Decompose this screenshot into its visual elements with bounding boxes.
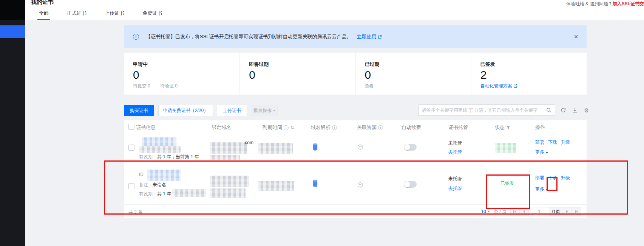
tab-bar: 全部 正式证书 上传证书 免费证书 (39, 10, 180, 20)
domain-resolution-icon (312, 142, 318, 153)
more-link[interactable]: 更多 (535, 149, 548, 156)
feedback-bar: 体验吐槽 & 遇到问题？加入SSL证书交流 (566, 1, 644, 7)
page-number-input[interactable] (529, 207, 549, 216)
upgrade-link[interactable]: 升级 (561, 175, 570, 181)
ssl-console-page: 我的证书 体验吐槽 & 遇到问题？加入SSL证书交流 全部 正式证书 上传证书 … (0, 0, 644, 246)
col-actions: 操作 (535, 124, 545, 131)
external-link-icon (513, 84, 517, 88)
stat-value: 2 (480, 69, 587, 81)
stat-value: 0 (133, 69, 239, 81)
refresh-icon[interactable] (561, 107, 566, 113)
settings-gear-icon[interactable]: ⚙ (584, 107, 589, 113)
buy-cert-button[interactable]: 购买证书 (124, 105, 154, 116)
stat-applying: 申请中 0 待提交 0 待验证 0 (124, 53, 239, 95)
stat-label: 已签发 (480, 61, 587, 68)
redacted-expiry-date (258, 181, 294, 191)
domain-fragment: .com (244, 140, 253, 145)
col-auto-renew: 自动续费 (402, 124, 421, 131)
row-checkbox[interactable] (128, 145, 134, 151)
more-link[interactable]: 更多 (535, 186, 548, 193)
close-icon[interactable]: ✕ (574, 34, 578, 40)
download-link[interactable]: 下载 (548, 139, 557, 146)
view-link[interactable]: 查看 (365, 83, 374, 89)
redacted-domain-line2 (210, 155, 240, 160)
prev-page-button[interactable] (520, 207, 529, 216)
download-link[interactable]: 下载 (548, 175, 557, 181)
external-link-icon (378, 35, 382, 39)
search-input[interactable] (419, 107, 543, 113)
info-icon[interactable]: i (332, 125, 337, 130)
per-page-label: 条 / 页 (494, 209, 507, 215)
filter-icon[interactable] (506, 126, 510, 130)
col-expiry: 到期时间i (263, 124, 295, 131)
upgrade-link[interactable]: 升级 (561, 139, 570, 146)
chevron-down-icon (273, 110, 275, 111)
select-all-checkbox[interactable] (128, 124, 134, 130)
deploy-link[interactable]: 部署 (535, 139, 544, 146)
chevron-down-icon (546, 152, 548, 154)
status-issued: 已签发 (500, 180, 514, 187)
col-bound-domain: 绑定域名 (212, 124, 231, 131)
first-page-button[interactable] (511, 207, 520, 216)
tab-all[interactable]: 全部 (39, 10, 49, 20)
redacted-domain (210, 176, 249, 187)
auto-renew-toggle[interactable] (404, 144, 417, 151)
deploy-link[interactable]: 部署 (535, 175, 544, 181)
search-icon[interactable] (543, 105, 555, 115)
table-footer: 共 2 条 10 条 / 页 /1页 (124, 204, 587, 218)
sidebar-logo-area (0, 0, 25, 20)
hosting-status: 未托管 (448, 176, 462, 182)
page-title: 我的证书 (31, 0, 54, 6)
apply-free-cert-button[interactable]: 申请免费证书（2/20） (158, 105, 213, 116)
validity-text: 有效期：共 1 年，当前第 1 年 (139, 154, 199, 160)
search-box (419, 104, 555, 116)
stat-label: 已过期 (365, 61, 471, 68)
table-row: 有效期：共 1 年，当前第 1 年 .com 未托管 去托管 部署 下载 升级 … (124, 133, 587, 162)
go-hosting-link[interactable]: 去托管 (448, 149, 462, 156)
stat-expiring: 即将过期 0 (239, 53, 355, 95)
associated-resource-icon[interactable] (357, 144, 363, 151)
download-icon[interactable] (572, 107, 578, 113)
page-size-select[interactable]: 10 (481, 209, 490, 214)
row-actions: 部署 下载 升级 (535, 139, 570, 146)
redacted-status (495, 143, 516, 153)
tab-formal-cert[interactable]: 正式证书 (67, 10, 86, 20)
use-now-link[interactable]: 立即使用 (357, 33, 382, 40)
upload-cert-button[interactable]: 上传证书 (217, 105, 247, 116)
banner-text: 【证书托管】已发布，将SSL证书开启托管即可实现证书到期前自动更新关联的腾讯云云… (146, 33, 352, 40)
table-header-row: 证书信息 绑定域名 到期时间i 域名解析i 关联资源i 自动续费 证书托管 状态… (124, 120, 587, 133)
next-page-button[interactable] (563, 207, 572, 216)
redacted-cert-id (139, 146, 181, 153)
redacted-domain-line2 (210, 188, 246, 198)
stat-value: 0 (249, 69, 355, 81)
info-icon[interactable]: i (284, 125, 289, 130)
note-text: 备注：未命名 (139, 182, 166, 188)
info-icon[interactable]: i (378, 125, 383, 130)
hosting-notice-banner: i 【证书托管】已发布，将SSL证书开启托管即可实现证书到期前自动更新关联的腾讯… (124, 25, 587, 48)
cert-table: 证书信息 绑定域名 到期时间i 域名解析i 关联资源i 自动续费 证书托管 状态… (124, 120, 587, 218)
col-hosting: 证书托管 (448, 124, 468, 131)
stat-sub-pending-submit: 待提交 0 (133, 83, 150, 89)
pagination: 10 条 / 页 /1页 (481, 207, 581, 216)
row-actions: 部署 下载 升级 (535, 175, 570, 181)
col-domain-resolution: 域名解析i (311, 124, 337, 131)
auto-renew-toggle[interactable] (404, 181, 417, 188)
tab-free-cert[interactable]: 免费证书 (142, 10, 162, 20)
associated-resource-icon[interactable] (357, 182, 363, 189)
page-total-label: /1页 (549, 209, 563, 215)
batch-operation-button[interactable]: 批量操作 (251, 105, 278, 116)
row-checkbox[interactable] (128, 183, 134, 189)
info-icon: i (133, 34, 139, 40)
redacted-cert-id (147, 170, 181, 181)
sidebar-active-item[interactable] (0, 25, 25, 38)
validity-text: 有效期：共 1 年， (139, 191, 176, 197)
tab-uploaded-cert[interactable]: 上传证书 (105, 10, 124, 20)
col-status: 状态 (495, 124, 510, 131)
automation-plan-link[interactable]: 自动化管理方案 (480, 83, 517, 89)
join-ssl-group-link[interactable]: 加入SSL证书交流 (613, 1, 644, 6)
redacted-expiry-date (258, 143, 293, 154)
chevron-down-icon (488, 211, 490, 212)
go-hosting-link[interactable]: 去托管 (448, 185, 462, 192)
last-page-button[interactable] (572, 207, 581, 216)
sort-icon[interactable] (290, 125, 295, 130)
